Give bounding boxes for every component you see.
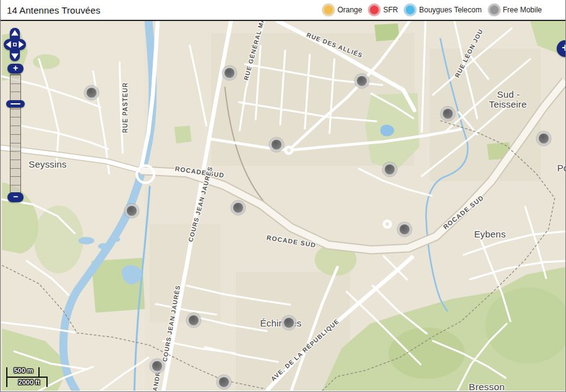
antenna-marker-1[interactable] xyxy=(87,88,96,98)
antenna-marker-2[interactable] xyxy=(225,68,234,78)
free-mobile-dot-icon xyxy=(490,6,499,14)
legend-label: Orange xyxy=(337,6,362,14)
zoom-out-button[interactable]: − xyxy=(7,192,24,202)
antenna-marker-8[interactable] xyxy=(127,206,137,216)
scale-bar-left-tick xyxy=(6,367,7,387)
sfr-dot-icon xyxy=(370,6,379,14)
legend-label: SFR xyxy=(383,6,398,14)
scale-imperial-label: 2000 ft xyxy=(12,378,46,386)
antenna-marker-14[interactable] xyxy=(219,377,229,387)
legend-item-bouygues-telecom: Bouygues Telecom xyxy=(406,6,481,14)
legend-item-free-mobile: Free Mobile xyxy=(490,6,542,14)
antenna-marker-6[interactable] xyxy=(272,140,281,150)
scale-metric-label: 500 m xyxy=(8,367,39,374)
zoom-slider-handle[interactable] xyxy=(6,100,25,108)
scale-bar: 500 m 2000 ft xyxy=(3,365,53,391)
antenna-marker-5[interactable] xyxy=(539,134,549,143)
orange-dot-icon xyxy=(324,6,333,14)
pan-compass[interactable] xyxy=(3,28,27,61)
scale-bar-metric-tick xyxy=(38,367,40,378)
map-canvas xyxy=(1,21,565,391)
legend-item-sfr: SFR xyxy=(370,6,398,14)
scale-bar-imperial-tick xyxy=(46,377,48,387)
zoom-handle-bar-icon xyxy=(11,103,20,104)
antenna-marker-3[interactable] xyxy=(357,76,367,86)
antenna-marker-4[interactable] xyxy=(443,109,453,119)
legend-item-orange: Orange xyxy=(324,6,362,14)
antenna-marker-13[interactable] xyxy=(152,361,162,371)
scale-bar-baseline xyxy=(6,377,48,378)
antenna-marker-12[interactable] xyxy=(284,318,294,328)
antenna-marker-7[interactable] xyxy=(385,164,395,174)
bouygues-telecom-dot-icon xyxy=(406,6,414,14)
page-title: 14 Antennes Trouvées xyxy=(7,5,100,15)
header: 14 Antennes Trouvées OrangeSFRBouygues T… xyxy=(1,0,565,21)
map-viewport[interactable]: RUE PASTEURRUE GÉNÉRAL MARUE DES ALLIÉSR… xyxy=(1,21,565,391)
page: 14 Antennes Trouvées OrangeSFRBouygues T… xyxy=(0,0,566,392)
zoom-in-button[interactable]: + xyxy=(7,64,24,74)
legend-label: Free Mobile xyxy=(503,6,542,14)
zoom-slider-track[interactable] xyxy=(10,74,21,193)
legend: OrangeSFRBouygues TelecomFree Mobile xyxy=(324,6,542,14)
legend-label: Bouygues Telecom xyxy=(419,6,481,14)
antenna-marker-10[interactable] xyxy=(400,224,409,234)
antenna-marker-9[interactable] xyxy=(233,203,243,213)
antenna-marker-11[interactable] xyxy=(189,315,199,325)
